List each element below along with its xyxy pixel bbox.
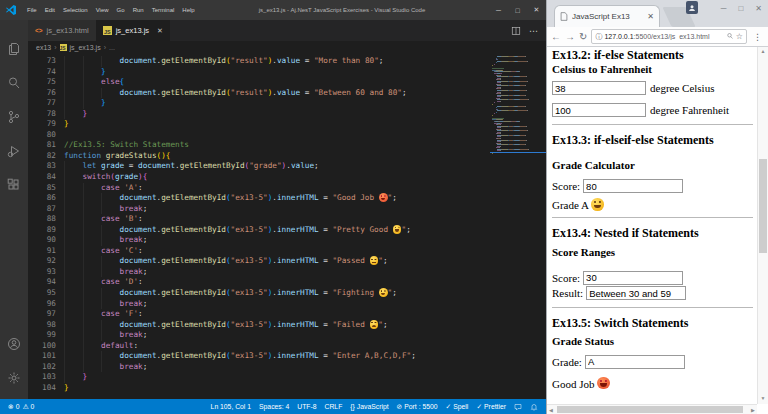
warnings-indicator[interactable]: ⚠0 [22,403,34,411]
run-debug-icon[interactable] [3,134,25,168]
scroll-up-icon[interactable]: ▲ [758,47,768,57]
code-line[interactable]: 83let grade = document.getElementById("g… [28,161,490,172]
text-input[interactable] [552,103,646,117]
close-icon[interactable]: ✕ [755,4,762,13]
account-icon[interactable] [3,327,25,361]
bell-icon[interactable] [530,403,538,411]
code-line[interactable]: 73document.getElementById("result").valu… [28,56,490,67]
code-line[interactable]: 90break; [28,235,490,246]
text-input[interactable] [552,81,646,95]
breadcrumb[interactable]: ex13 › JS js_ex13.js › ... [28,41,546,54]
code-line[interactable]: 95document.getElementById("ex13-5").inne… [28,288,490,299]
maximize-icon[interactable]: □ [738,4,743,13]
code-line[interactable]: 89document.getElementById("ex13-5").inne… [28,225,490,236]
status-eol[interactable]: CRLF [325,403,343,410]
error-icon: ⊗ [8,403,14,411]
minimap[interactable] [492,56,534,155]
search-icon[interactable] [3,66,25,100]
status-language[interactable]: {}JavaScript [350,403,388,410]
forward-icon[interactable]: → [565,32,575,42]
extensions-icon[interactable] [3,168,25,202]
profile-avatar[interactable] [686,1,698,14]
code-line[interactable]: 99break; [28,330,490,341]
scrollbar-thumb[interactable] [557,406,743,413]
code-line[interactable]: 82function gradeStatus(){ [28,151,490,162]
info-icon[interactable]: ⓘ [595,32,602,42]
code-line[interactable]: 77} [28,98,490,109]
code-line[interactable]: 103} [28,372,490,383]
close-icon[interactable]: ✕ [527,6,546,14]
code-line[interactable]: 81//Ex13.5: Switch Statements [28,140,490,151]
maximize-icon[interactable]: □ [508,7,527,14]
browser-tab[interactable]: JavaScript Ex13 ✕ [554,5,660,27]
settings-gear-icon[interactable] [3,361,25,395]
code-line[interactable]: 92document.getElementById("ex13-5").inne… [28,256,490,267]
text-input[interactable] [585,355,685,369]
code-line[interactable]: 85case 'A': [28,183,490,194]
minimize-icon[interactable]: ─ [721,4,727,13]
code-line[interactable]: 100default: [28,341,490,352]
code-line[interactable]: 75else{ [28,77,490,88]
text-input[interactable] [586,286,686,300]
code-line[interactable]: 102break; [28,362,490,373]
status-prettier[interactable]: ✓Prettier [476,403,506,411]
scroll-right-icon[interactable]: ▶ [749,407,757,413]
status-spell[interactable]: ✓Spell [446,403,469,411]
tab-js-ex13-html[interactable]: <> js_ex13.html [28,20,96,41]
vertical-scrollbar[interactable]: ▲ ▼ [757,47,768,404]
menu-terminal[interactable]: Terminal [148,7,179,13]
text-input[interactable] [583,179,683,193]
code-line[interactable]: 94case 'D': [28,277,490,288]
explorer-icon[interactable] [3,32,25,66]
code-line[interactable]: 74} [28,67,490,78]
source-control-icon[interactable] [3,100,25,134]
code-line[interactable]: 101document.getElementById("ex13-5").inn… [28,351,490,362]
menu-view[interactable]: View [92,7,113,13]
menu-go[interactable]: Go [113,7,129,13]
status-line-col[interactable]: Ln 105, Col 1 [211,403,251,410]
feedback-icon[interactable] [514,403,522,411]
scroll-down-icon[interactable]: ▼ [758,394,768,404]
code-line[interactable]: 80 [28,130,490,141]
reload-icon[interactable]: ↻ [579,32,587,42]
horizontal-scrollbar[interactable]: ◀ ▶ [547,404,757,414]
code-line[interactable]: 88case 'B': [28,214,490,225]
status-port[interactable]: ⊘Port : 5500 [397,403,438,411]
code-line[interactable]: 86document.getElementById("ex13-5").inne… [28,193,490,204]
scrollbar-thumb[interactable] [759,159,767,253]
tab-close-icon[interactable]: ✕ [647,12,654,21]
code-line[interactable]: 97case 'F': [28,309,490,320]
zoom-icon[interactable] [726,32,734,42]
browser-menu-icon[interactable]: ⋮ [751,32,764,42]
menu-file[interactable]: File [23,7,41,13]
tab-close-icon[interactable]: ✕ [157,27,163,35]
code-line[interactable]: 96break; [28,299,490,310]
code-line[interactable]: 104} [28,383,490,394]
code-line[interactable]: 93break; [28,267,490,278]
code-line[interactable]: 98document.getElementById("ex13-5").inne… [28,320,490,331]
menu-edit[interactable]: Edit [41,7,59,13]
minimize-icon[interactable]: ─ [489,7,508,14]
code-line[interactable]: 87break; [28,204,490,215]
address-bar[interactable]: ⓘ 127.0.0.1:5500/ex13/js_ex13.html ☆ [591,29,747,44]
menu-help[interactable]: Help [178,7,198,13]
code-line[interactable]: 76document.getElementById("result").valu… [28,88,490,99]
split-editor-icon[interactable] [511,26,521,36]
input-label: degree Celsius [650,82,714,94]
bookmark-star-icon[interactable]: ☆ [736,32,743,41]
menu-selection[interactable]: Selection [59,7,92,13]
status-spaces[interactable]: Spaces: 4 [259,403,289,410]
text-input[interactable] [583,271,683,285]
code-line[interactable]: 84switch(grade){ [28,172,490,183]
code-line[interactable]: 78} [28,109,490,120]
code-line[interactable]: 79} [28,119,490,130]
more-actions-icon[interactable]: ⋯ [529,26,538,36]
menu-run[interactable]: Run [129,7,148,13]
code-line[interactable]: 91case 'C': [28,246,490,257]
tab-js-ex13-js[interactable]: JS js_ex13.js ✕ [96,20,170,41]
status-encoding[interactable]: UTF-8 [297,403,316,410]
errors-indicator[interactable]: ⊗0 [8,403,19,411]
back-icon[interactable]: ← [551,32,561,42]
scroll-left-icon[interactable]: ◀ [547,407,555,413]
code-editor[interactable]: 73document.getElementById("result").valu… [28,54,546,399]
